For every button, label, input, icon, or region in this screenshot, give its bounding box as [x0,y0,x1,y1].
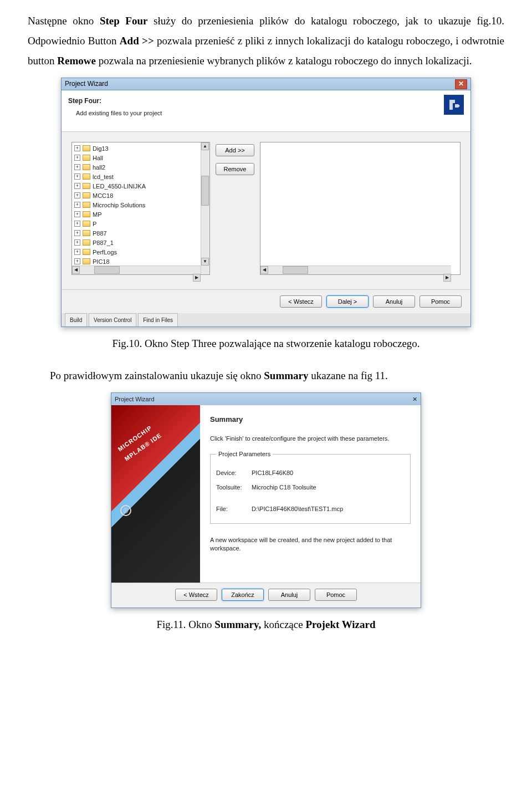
step-subtitle: Add existing files to your project [76,108,162,119]
tab-version-control[interactable]: Version Control [89,313,136,326]
remove-button[interactable]: Remove [216,163,254,175]
cap2c: kończące [261,619,305,630]
tab-build[interactable]: Build [65,313,87,326]
horizontal-scrollbar[interactable]: ◀ ▶ [260,266,451,274]
toolsuite-value: Microchip C18 Toolsuite [252,482,316,493]
microchip-logo-text: MICROCHIP MPLAB® IDE [115,420,164,464]
expand-icon[interactable]: + [74,221,80,227]
figure-11-caption: Fig.11. Okno Summary, kończące Projekt W… [28,615,504,635]
screenshot-summary: Project Wizard ✕ MICROCHIP MPLAB® IDE ® … [28,392,504,608]
folder-icon [83,183,90,189]
p2b: Summary [264,370,308,381]
registered-icon: ® [120,505,131,516]
p1a: Następne okno [28,15,100,27]
expand-icon[interactable]: + [74,164,80,170]
cancel-button[interactable]: Anuluj [268,589,310,601]
scroll-right-icon[interactable]: ▶ [193,274,201,282]
back-button[interactable]: < Wstecz [280,295,322,308]
close-icon[interactable]: ✕ [455,79,467,89]
body-paragraph-1: Następne okno Step Four służy do przenie… [28,11,504,71]
expand-icon[interactable]: + [74,202,80,208]
folder-icon [83,249,90,255]
help-button[interactable]: Pomoc [420,295,462,308]
wizard-body: +Dig13 +Hall +hall2 +lcd_test +LED_4550-… [62,132,470,289]
folder-icon [83,239,90,246]
folder-icon [83,173,90,180]
cancel-button[interactable]: Anuluj [373,295,415,308]
tree-inner: +Dig13 +Hall +hall2 +lcd_test +LED_4550-… [72,142,201,274]
scroll-left-icon[interactable]: ◀ [260,266,268,274]
expand-icon[interactable]: + [74,239,80,246]
side-banner: MICROCHIP MPLAB® IDE ® [111,405,200,583]
cap2b: Summary, [214,619,261,630]
screenshot-step-four: Project Wizard ✕ Step Four: Add existing… [28,78,504,327]
expand-icon[interactable]: + [74,230,80,236]
p1d: Add >> [120,35,154,47]
p2a: Po prawidłowym zainstalowaniu ukazuje si… [50,370,264,381]
expand-icon[interactable]: + [74,155,80,161]
titlebar: Project Wizard ✕ [111,393,421,405]
device-key: Device: [216,467,252,479]
folder-icon [83,211,90,217]
vertical-scrollbar[interactable]: ▲ ▼ [201,142,209,274]
file-key: File: [216,503,252,515]
param-toolsuite: Toolsuite: Microchip C18 Toolsuite [216,482,405,493]
folder-icon [83,202,90,208]
scroll-thumb[interactable] [201,176,209,206]
hscroll-thumb[interactable] [94,266,120,274]
step-title: Step Four: [68,95,162,108]
folder-icon [83,145,90,151]
param-device: Device: PIC18LF46K80 [216,467,405,479]
summary-main: Summary Click 'Finish' to create/configu… [200,405,421,583]
titlebar: Project Wizard ✕ [62,78,470,90]
expand-icon[interactable]: + [74,145,80,151]
expand-icon[interactable]: + [74,258,80,264]
bottom-tabs: Build Version Control Find in Files [62,313,470,326]
summary-heading: Summary [210,413,411,427]
tab-find-in-files[interactable]: Find in Files [138,313,178,326]
project-wizard-window: Project Wizard ✕ Step Four: Add existing… [61,78,471,327]
expand-icon[interactable]: + [74,249,80,255]
cap2d: Projekt Wizard [305,619,375,630]
expand-icon[interactable]: + [74,173,80,180]
folder-icon [83,164,90,170]
scroll-left-icon[interactable]: ◀ [72,266,80,274]
help-button[interactable]: Pomoc [315,589,357,601]
scroll-up-icon[interactable]: ▲ [201,142,209,150]
cap1-text: Fig.10. Okno Step Three pozwalające na s… [112,338,420,349]
expand-icon[interactable]: + [74,192,80,198]
summary-intro: Click 'Finish' to create/configure the p… [210,435,411,443]
hscroll-thumb[interactable] [283,266,308,274]
target-file-list[interactable]: ◀ ▶ [260,142,461,275]
file-value: D:\PIC18F46K80\test\TEST1.mcp [252,503,343,515]
folder-icon [83,258,90,264]
close-icon[interactable]: ✕ [412,394,417,405]
p1f: Remowe [57,55,96,67]
gear-icon [444,95,464,115]
folder-icon [83,192,90,198]
scroll-right-icon[interactable]: ▶ [443,274,451,282]
window-title: Project Wizard [115,394,155,405]
expand-icon[interactable]: + [74,183,80,189]
finish-button[interactable]: Zakończ [222,589,264,601]
expand-icon[interactable]: + [74,211,80,217]
window-title: Project Wizard [65,78,108,90]
cap2a: Fig.11. Okno [156,619,214,630]
add-button[interactable]: Add >> [216,144,254,156]
next-button[interactable]: Dalej > [326,295,369,308]
folder-icon [83,155,90,161]
back-button[interactable]: < Wstecz [175,589,217,601]
param-file: File: D:\PIC18F46K80\test\TEST1.mcp [216,503,405,515]
source-file-tree[interactable]: +Dig13 +Hall +hall2 +lcd_test +LED_4550-… [71,142,210,275]
group-legend: Project Parameters [216,448,273,460]
scroll-down-icon[interactable]: ▼ [201,258,209,266]
toolsuite-key: Toolsuite: [216,482,252,493]
wizard-footer: < Wstecz Dalej > Anuluj Pomoc [62,289,470,314]
p1b: Step Four [100,15,148,27]
tree-item[interactable]: +PIC18 [74,257,198,266]
summary-body: MICROCHIP MPLAB® IDE ® Summary Click 'Fi… [111,405,421,583]
horizontal-scrollbar[interactable]: ◀ ▶ [72,266,201,274]
wizard-footer: < Wstecz Zakończ Anuluj Pomoc [111,583,421,608]
project-parameters-group: Project Parameters Device: PIC18LF46K80 … [210,448,411,524]
transfer-buttons: Add >> Remove [216,142,254,175]
